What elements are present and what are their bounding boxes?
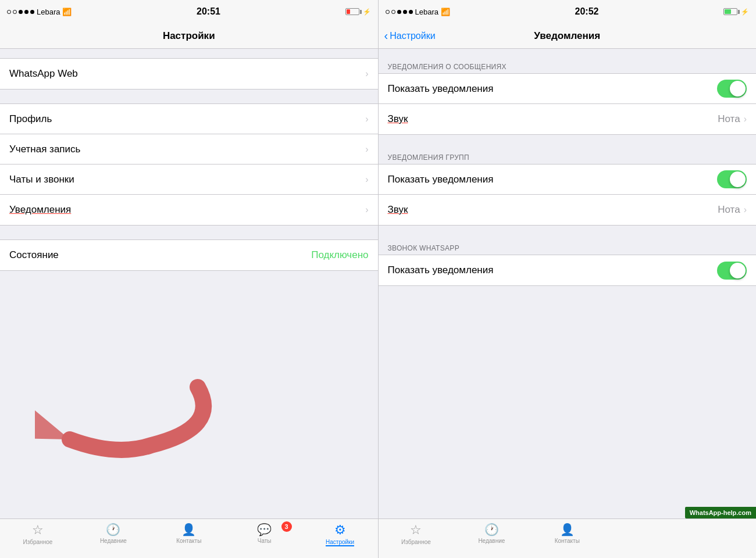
chats-chevron: ›: [365, 174, 368, 185]
notifications-label: Уведомления: [9, 204, 71, 216]
charging-icon: ⚡: [363, 8, 371, 16]
signal-dot-4: [24, 10, 28, 14]
whatsapp-web-section: WhatsApp Web ›: [0, 58, 378, 90]
profile-chevron: ›: [365, 114, 368, 124]
msg-sound-right: Нота ›: [718, 113, 747, 125]
right-tab-recents[interactable]: 🕐 Недавние: [454, 523, 529, 544]
left-panel: Lebara 📶 20:51 ⚡ Настройки WhatsApp Web …: [0, 0, 378, 558]
contacts-icon: 👤: [181, 523, 196, 536]
msg-show-notifications-toggle[interactable]: [717, 80, 747, 98]
spacer-top: [0, 49, 378, 58]
msg-sound-chevron: ›: [744, 114, 747, 124]
group-show-notifications-toggle[interactable]: [717, 170, 747, 188]
tab-settings[interactable]: ⚙ Настройки: [302, 523, 378, 546]
status-value: Подключено: [311, 249, 368, 261]
right-tab-bar: ☆ Избранное 🕐 Недавние 👤 Контакты: [379, 518, 757, 558]
call-show-notifications-label: Показать уведомления: [388, 264, 494, 276]
main-section: Профиль › Учетная запись › Чаты и звонки…: [0, 103, 378, 226]
signal-dot-1: [7, 10, 11, 14]
right-contacts-icon: 👤: [560, 523, 575, 536]
time-label: 20:51: [197, 6, 220, 17]
status-label: Состояние: [9, 249, 59, 261]
left-tab-bar: ☆ Избранное 🕐 Недавние 👤 Контакты 💬 3 Ча…: [0, 518, 378, 558]
signal-dot-5: [30, 10, 34, 14]
group-show-notifications-item: Показать уведомления: [379, 164, 757, 195]
left-status-right: ⚡: [345, 8, 371, 16]
right-charging-icon: ⚡: [741, 8, 749, 16]
right-nav-title: Уведомления: [534, 30, 600, 42]
tab-contacts[interactable]: 👤 Контакты: [151, 523, 227, 544]
battery-icon: [345, 8, 359, 15]
left-status-bar: Lebara 📶 20:51 ⚡: [0, 0, 378, 23]
profile-item[interactable]: Профиль ›: [0, 104, 378, 134]
spacer-1: [0, 90, 378, 103]
signal-dots: [7, 10, 34, 14]
watermark: WhatsApp-help.com: [685, 507, 756, 518]
msg-toggle-knob: [730, 81, 746, 96]
right-favorites-label: Избранное: [401, 539, 431, 545]
left-status-left: Lebara 📶: [7, 8, 72, 16]
call-toggle-knob: [730, 263, 746, 278]
group-notifications-section: Показать уведомления Звук Нота ›: [379, 164, 757, 226]
back-label: Настройки: [390, 31, 435, 41]
call-show-notifications-toggle[interactable]: [717, 262, 747, 280]
profile-right: ›: [365, 114, 368, 124]
right-signal-dots: [386, 10, 413, 14]
tab-recents[interactable]: 🕐 Недавние: [76, 523, 151, 544]
profile-label: Профиль: [9, 113, 52, 125]
call-notifications-section: Показать уведомления: [379, 255, 757, 286]
account-item[interactable]: Учетная запись ›: [0, 134, 378, 164]
right-status-right: ⚡: [723, 8, 749, 16]
notifications-right: ›: [365, 205, 368, 215]
r-signal-dot-5: [409, 10, 413, 14]
wifi-icon: 📶: [62, 8, 72, 16]
msg-show-notifications-label: Показать уведомления: [388, 83, 494, 95]
group-sound-chevron: ›: [744, 205, 747, 215]
chats-label: Чаты и звонки: [9, 174, 74, 185]
account-chevron: ›: [365, 144, 368, 155]
favorites-icon: ☆: [32, 523, 44, 538]
back-button[interactable]: ‹ Настройки: [384, 29, 436, 42]
right-tab-contacts[interactable]: 👤 Контакты: [529, 523, 605, 544]
chats-right: ›: [365, 174, 368, 185]
status-section: Состояние Подключено: [0, 239, 378, 271]
group-sound-right: Нота ›: [718, 204, 747, 216]
r-signal-dot-1: [386, 10, 390, 14]
right-spacer-2: [379, 135, 757, 149]
group-show-notifications-label: Показать уведомления: [388, 174, 494, 185]
whatsapp-web-label: WhatsApp Web: [9, 68, 78, 80]
right-battery-level: [725, 9, 731, 14]
group-notifications-header: УВЕДОМЛЕНИЯ ГРУПП: [379, 149, 757, 164]
whatsapp-web-item[interactable]: WhatsApp Web ›: [0, 59, 378, 89]
whatsapp-web-right: ›: [365, 69, 368, 79]
tab-favorites[interactable]: ☆ Избранное: [0, 523, 76, 545]
right-tab-favorites[interactable]: ☆ Избранное: [379, 523, 454, 545]
msg-sound-value: Нота: [718, 113, 740, 125]
group-sound-label: Звук: [388, 204, 408, 216]
right-favorites-icon: ☆: [410, 523, 422, 538]
msg-show-notifications-item: Показать уведомления: [379, 74, 757, 104]
settings-tab-label: Настройки: [326, 539, 354, 546]
notifications-item[interactable]: Уведомления ›: [0, 195, 378, 225]
left-nav-title: Настройки: [163, 30, 215, 42]
spacer-2: [0, 226, 378, 239]
group-sound-item[interactable]: Звук Нота ›: [379, 195, 757, 225]
status-item: Состояние Подключено: [0, 240, 378, 270]
msg-sound-label: Звук: [388, 113, 408, 125]
right-nav-bar: ‹ Настройки Уведомления: [379, 23, 757, 49]
r-signal-dot-4: [403, 10, 407, 14]
chats-item[interactable]: Чаты и звонки ›: [0, 164, 378, 195]
account-label: Учетная запись: [9, 144, 80, 155]
r-signal-dot-3: [397, 10, 401, 14]
msg-sound-item[interactable]: Звук Нота ›: [379, 104, 757, 134]
arrow-svg: [35, 370, 221, 486]
call-show-notifications-item: Показать уведомления: [379, 255, 757, 285]
right-spacer-1: [379, 49, 757, 58]
notifications-chevron: ›: [365, 205, 368, 215]
call-notifications-header: ЗВОНОК WHATSAPP: [379, 239, 757, 255]
tab-chats[interactable]: 💬 3 Чаты: [227, 523, 302, 544]
account-right: ›: [365, 144, 368, 155]
whatsapp-web-chevron: ›: [365, 69, 368, 79]
chats-badge: 3: [281, 521, 292, 532]
right-carrier-label: Lebara: [415, 8, 438, 16]
